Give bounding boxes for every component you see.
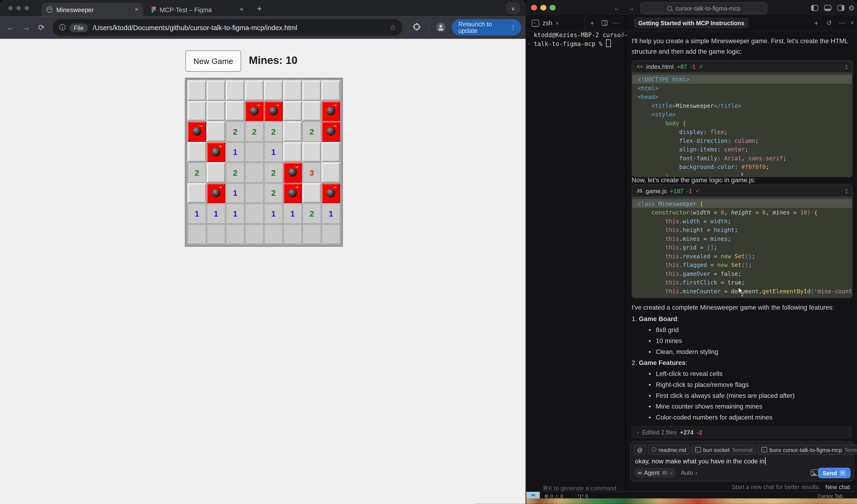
attach-image-icon[interactable] [811,469,819,476]
code-block-index-html[interactable]: <> index.html +87 -1 ✓ ∧∨ <!DOCTYPE html… [632,60,853,177]
board-cell-r2c6[interactable]: 2 [303,121,321,141]
terminal-scrollbar[interactable] [622,32,624,37]
bookmark-star-icon[interactable]: ☆ [389,23,396,32]
board-cell-r2c0[interactable] [187,121,206,141]
board-cell-r5c3[interactable] [245,183,264,203]
board-cell-r0c4[interactable] [264,81,283,101]
new-game-button[interactable]: New Game [185,50,241,72]
board-cell-r6c1[interactable]: 1 [207,203,225,223]
board-cell-r6c0[interactable]: 1 [187,203,206,223]
board-cell-r2c4[interactable]: 2 [264,121,283,141]
board-cell-r0c1[interactable] [207,81,225,101]
board-cell-r1c0[interactable] [187,101,206,121]
toggle-bottom-panel-icon[interactable] [824,5,831,11]
board-cell-r1c3[interactable] [245,101,264,121]
split-terminal-icon[interactable] [602,20,608,26]
board-cell-r5c0[interactable] [187,183,206,203]
code-block-header[interactable]: JS game.js +187 -1 ✓ ∧∨ [632,185,852,197]
context-chip-bunx-cursor-talk-to-figma-mcp[interactable]: >_bunx cursor-talk-to-figma-mcpTerminal [758,445,857,455]
window-close-button[interactable] [531,5,537,11]
board-cell-r1c1[interactable] [207,101,225,121]
board-cell-r2c5[interactable] [283,121,302,141]
context-chip-bun-socket[interactable]: >_bun socketTerminal [692,445,756,455]
reload-button[interactable]: ⟳ [38,23,45,32]
board-cell-r4c1[interactable] [207,163,225,183]
board-cell-r1c7[interactable] [322,101,340,121]
board-cell-r2c7[interactable] [322,121,340,141]
board-cell-r6c2[interactable]: 1 [226,203,245,223]
board-cell-r5c4[interactable]: 2 [264,183,283,203]
extensions-puzzle-icon[interactable] [413,22,422,32]
board-cell-r4c3[interactable] [245,163,264,183]
terminal-tab-zsh[interactable]: >_ zsh × [526,15,585,31]
board-cell-r6c6[interactable]: 2 [303,203,321,223]
board-cell-r2c1[interactable] [207,121,225,141]
tab-minesweeper[interactable]: Minesweeper × [41,3,143,17]
board-cell-r7c5[interactable] [283,224,302,244]
chat-more-icon[interactable]: ⋯ [839,19,845,27]
cursor-tab-status[interactable]: Cursor Tab [817,492,843,499]
board-cell-r7c4[interactable] [264,224,283,244]
tab-close-icon[interactable]: × [135,6,138,13]
ports-indicator[interactable]: 0 [577,492,588,499]
board-cell-r3c6[interactable] [303,142,321,162]
url-path[interactable]: /Users/ktodd/Documents/github/cursor-tal… [93,24,386,32]
board-cell-r0c5[interactable] [283,81,302,101]
board-cell-r6c5[interactable]: 1 [283,203,302,223]
board-cell-r7c6[interactable] [303,224,321,244]
window-zoom-button[interactable] [25,6,29,10]
board-cell-r0c6[interactable] [303,81,321,101]
new-terminal-button[interactable]: + [590,19,594,27]
chat-tab-title[interactable]: Getting Started with MCP Instructions [634,17,749,29]
problems-indicator[interactable]: ⊗ 0 △ 0 [544,492,563,499]
tab-figma[interactable]: MCP-Test – Figma × [147,3,248,17]
board-cell-r4c5[interactable] [283,163,302,183]
chat-composer[interactable]: @ⓘreadme.md>_bun socketTerminal>_bunx cu… [630,441,854,482]
board-cell-r4c2[interactable]: 2 [226,163,245,183]
board-cell-r4c7[interactable] [322,163,340,183]
board-cell-r7c3[interactable] [245,224,264,244]
board-cell-r3c7[interactable] [322,142,340,162]
board-cell-r3c2[interactable]: 1 [226,142,245,162]
nav-forward-icon[interactable]: → [627,4,634,12]
window-zoom-button[interactable] [550,5,555,11]
board-cell-r3c1[interactable] [207,142,225,162]
edited-files-row[interactable]: › Edited 2 files +274 -2 [632,426,852,438]
pane-divider[interactable] [625,15,626,499]
remote-indicator-icon[interactable]: >< [526,492,540,499]
board-cell-r5c2[interactable]: 1 [226,183,245,203]
code-block-header[interactable]: <> index.html +87 -1 ✓ ∧∨ [632,61,852,73]
board-cell-r5c1[interactable] [207,183,225,203]
terminal-more-icon[interactable]: ⋯ [612,19,619,27]
relaunch-to-update-button[interactable]: Relaunch to update ⋮ [452,19,521,35]
board-cell-r7c1[interactable] [207,224,225,244]
board-cell-r1c6[interactable] [303,101,321,121]
info-icon[interactable]: ⓘ [59,23,66,32]
toggle-right-panel-icon[interactable] [837,5,844,11]
model-selector-auto[interactable]: Auto ∧ [681,469,698,476]
context-chip-readme-md[interactable]: ⓘreadme.md [648,445,690,455]
terminal-close-icon[interactable]: × [556,20,559,26]
chat-input[interactable]: okay, now make what you have in the code… [635,457,766,465]
expand-collapse-icon[interactable]: ∧∨ [845,188,848,193]
toggle-left-panel-icon[interactable] [811,5,818,11]
board-cell-r2c3[interactable]: 2 [245,121,264,141]
chat-history-icon[interactable]: ↺ [826,19,832,27]
board-cell-r0c3[interactable] [245,81,264,101]
terminal-prompt-line2[interactable]: talk-to-figma-mcp % [534,39,611,48]
board-cell-r6c7[interactable]: 1 [322,203,340,223]
board-cell-r5c7[interactable] [322,183,340,203]
window-minimize-button[interactable] [540,5,546,11]
nav-back-icon[interactable]: ← [614,4,621,12]
board-cell-r2c2[interactable]: 2 [226,121,245,141]
board-cell-r0c7[interactable] [322,81,340,101]
forward-button[interactable]: → [22,23,30,32]
board-cell-r1c5[interactable] [283,101,302,121]
board-cell-r7c2[interactable] [226,224,245,244]
tab-close-icon[interactable]: × [240,6,243,13]
board-cell-r7c7[interactable] [322,224,340,244]
project-search-bar[interactable]: cursor-talk-to-figma-mcp [640,2,768,14]
back-button[interactable]: ← [6,23,14,32]
board-cell-r1c2[interactable] [226,101,245,121]
board-cell-r4c4[interactable]: 2 [264,163,283,183]
